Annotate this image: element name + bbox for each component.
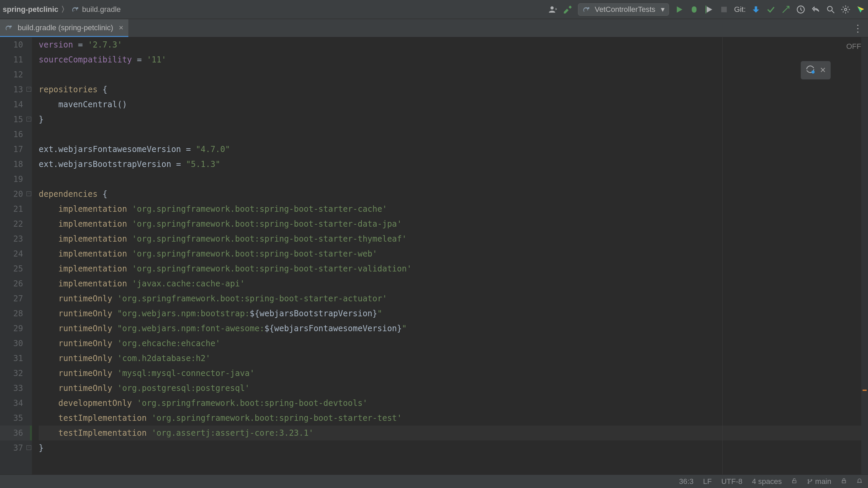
svg-rect-6	[793, 481, 796, 483]
gradle-icon	[582, 5, 591, 14]
close-badge-icon[interactable]: ✕	[820, 66, 826, 75]
code-line[interactable]: implementation 'org.springframework.boot…	[39, 246, 868, 261]
code-line[interactable]: runtimeOnly 'org.postgresql:postgresql'	[39, 381, 868, 396]
code-line[interactable]: dependencies {	[39, 187, 868, 202]
git-label: Git:	[734, 5, 746, 14]
build-hammer-icon[interactable]	[563, 5, 573, 14]
right-margin-strip[interactable]	[861, 37, 868, 474]
gradle-icon	[5, 24, 13, 32]
editor-tab-active[interactable]: build.gradle (spring-petclinic) ✕	[0, 19, 128, 37]
svg-point-3	[845, 8, 847, 11]
code-line[interactable]: ext.webjarsFontawesomeVersion = "4.7.0"	[39, 142, 868, 157]
run-config-label: VetControllerTests	[595, 5, 655, 14]
code-line[interactable]: mavenCentral()	[39, 97, 868, 112]
code-line[interactable]: runtimeOnly 'org.springframework.boot:sp…	[39, 291, 868, 306]
commit-icon[interactable]	[766, 5, 776, 14]
caret-position[interactable]: 36:3	[679, 477, 693, 486]
breadcrumb-separator: 〉	[61, 4, 69, 15]
coverage-icon[interactable]	[704, 5, 714, 14]
code-line[interactable]: version = '2.7.3'	[39, 37, 868, 52]
readonly-icon[interactable]	[791, 477, 797, 486]
reader-mode-off-label[interactable]: OFF	[846, 42, 861, 51]
toolbar-right: VetControllerTests ▾ Git:	[548, 3, 865, 16]
code-line[interactable]	[39, 127, 868, 142]
gutter[interactable]: 10111213−1415−1617181920−212223242526272…	[0, 37, 32, 474]
code-line[interactable]: implementation 'javax.cache:cache-api'	[39, 276, 868, 291]
code-line[interactable]: runtimeOnly "org.webjars.npm:bootstrap:$…	[39, 306, 868, 321]
code-line[interactable]: }	[39, 112, 868, 127]
breadcrumb[interactable]: spring-petclinic 〉 build.gradle	[3, 4, 121, 15]
code-line[interactable]: runtimeOnly 'com.h2database:h2'	[39, 351, 868, 366]
push-icon[interactable]	[781, 5, 791, 14]
run-config-selector[interactable]: VetControllerTests ▾	[578, 3, 669, 16]
status-bar: 36:3 LF UTF-8 4 spaces main	[0, 474, 868, 488]
fold-marker[interactable]: −	[26, 445, 31, 450]
code-line[interactable]: implementation 'org.springframework.boot…	[39, 217, 868, 231]
gradle-icon	[71, 5, 79, 14]
update-project-icon[interactable]	[751, 5, 761, 14]
code-line[interactable]: implementation 'org.springframework.boot…	[39, 261, 868, 276]
svg-rect-0	[721, 6, 727, 12]
margin-guide	[722, 37, 723, 474]
sync-icon[interactable]	[806, 64, 815, 76]
code-line[interactable]	[39, 67, 868, 82]
tab-label: build.gradle (spring-petclinic)	[18, 23, 113, 32]
code-line[interactable]: repositories {	[39, 82, 868, 97]
code-line[interactable]	[39, 172, 868, 187]
breadcrumb-file[interactable]: build.gradle	[82, 5, 121, 14]
code-line[interactable]: runtimeOnly 'mysql:mysql-connector-java'	[39, 366, 868, 381]
svg-point-8	[808, 483, 809, 484]
svg-point-7	[808, 480, 809, 481]
code-line[interactable]: testImplementation 'org.assertj:assertj-…	[39, 426, 868, 440]
svg-point-4	[812, 71, 815, 74]
code-with-me-icon[interactable]	[548, 5, 558, 14]
code-line[interactable]: runtimeOnly 'org.ehcache:ehcache'	[39, 336, 868, 351]
history-icon[interactable]	[796, 5, 806, 14]
lock-icon[interactable]	[841, 477, 847, 486]
close-tab-icon[interactable]: ✕	[119, 24, 124, 32]
code-line[interactable]: runtimeOnly "org.webjars.npm:font-awesom…	[39, 321, 868, 336]
editor-area: 10111213−1415−1617181920−212223242526272…	[0, 37, 868, 474]
svg-rect-10	[842, 481, 846, 483]
code-line[interactable]: ext.webjarsBootstrapVersion = "5.1.3"	[39, 157, 868, 172]
svg-point-9	[811, 480, 812, 481]
marker[interactable]	[863, 390, 867, 391]
encoding[interactable]: UTF-8	[721, 477, 742, 486]
floating-action-badge[interactable]: ✕	[801, 61, 831, 79]
editor-tabs: build.gradle (spring-petclinic) ✕ ⋮	[0, 19, 868, 37]
run-icon[interactable]	[674, 5, 684, 14]
svg-point-2	[828, 6, 832, 11]
code-area[interactable]: version = '2.7.3'sourceCompatibility = '…	[32, 37, 868, 474]
debug-icon[interactable]	[689, 5, 699, 14]
tab-more-icon[interactable]: ⋮	[853, 23, 863, 34]
search-everywhere-icon[interactable]	[826, 5, 835, 14]
code-line[interactable]: implementation 'org.springframework.boot…	[39, 231, 868, 246]
code-line[interactable]: testImplementation 'org.springframework.…	[39, 411, 868, 426]
branch-widget[interactable]: main	[807, 477, 831, 486]
code-line[interactable]: developmentOnly 'org.springframework.boo…	[39, 396, 868, 411]
code-line[interactable]: implementation 'org.springframework.boot…	[39, 202, 868, 217]
chevron-down-icon: ▾	[661, 5, 665, 14]
code-line[interactable]: sourceCompatibility = '11'	[39, 52, 868, 67]
code-line[interactable]: }	[39, 440, 868, 455]
stop-icon[interactable]	[719, 5, 729, 14]
indent[interactable]: 4 spaces	[752, 477, 782, 486]
navigation-bar: spring-petclinic 〉 build.gradle VetContr…	[0, 0, 868, 19]
project-name[interactable]: spring-petclinic	[3, 5, 58, 14]
ide-logo-icon[interactable]	[856, 5, 865, 14]
notifications-icon[interactable]	[856, 477, 863, 486]
rollback-icon[interactable]	[811, 5, 820, 14]
line-separator[interactable]: LF	[703, 477, 712, 486]
settings-icon[interactable]	[841, 5, 850, 14]
